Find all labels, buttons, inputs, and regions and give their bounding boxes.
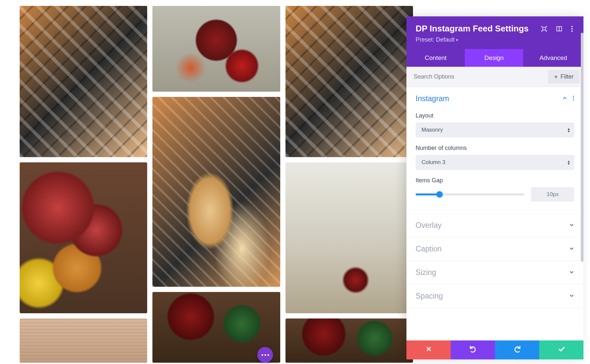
kebab-icon[interactable] <box>573 95 574 102</box>
section-head-instagram[interactable]: Instagram <box>406 87 583 110</box>
preset-label: Preset: Default <box>416 36 455 43</box>
module-actions-fab[interactable] <box>257 347 273 363</box>
chevron-up-icon <box>562 96 567 102</box>
save-button[interactable] <box>539 340 583 359</box>
section-head-sizing[interactable]: Sizing <box>406 261 583 284</box>
svg-rect-0 <box>543 27 545 30</box>
layout-value: Masonry <box>422 127 443 133</box>
gallery-item[interactable] <box>285 162 413 314</box>
filter-button-label: Filter <box>560 73 574 80</box>
settings-panel: DP Instagram Feed Settings Preset: Defau… <box>406 16 583 359</box>
snap-icon[interactable] <box>556 26 562 32</box>
svg-point-4 <box>571 28 573 29</box>
select-arrows-icon: ▴▾ <box>568 127 570 133</box>
section-caption: Caption <box>406 237 583 261</box>
preset-selector[interactable]: Preset: Default <box>416 36 574 43</box>
panel-header: DP Instagram Feed Settings Preset: Defau… <box>406 16 583 49</box>
redo-button[interactable] <box>495 340 539 359</box>
gallery-item[interactable] <box>152 97 280 287</box>
section-title: Instagram <box>416 94 449 103</box>
chevron-down-icon <box>569 269 574 276</box>
kebab-icon[interactable] <box>571 26 573 32</box>
gallery-item[interactable] <box>285 318 413 363</box>
cancel-button[interactable] <box>406 340 451 359</box>
section-overlay: Overlay <box>406 214 583 237</box>
check-icon <box>558 345 565 355</box>
tabs: Content Design Advanced <box>406 49 583 67</box>
gallery-item[interactable] <box>152 6 280 92</box>
filter-button[interactable]: + Filter <box>548 70 580 83</box>
section-sizing: Sizing <box>406 261 583 284</box>
gap-label: Items Gap <box>416 177 574 184</box>
chevron-down-icon <box>569 246 574 252</box>
tab-advanced[interactable]: Advanced <box>523 49 583 67</box>
svg-point-7 <box>573 98 574 99</box>
section-head-spacing[interactable]: Spacing <box>406 284 583 308</box>
svg-point-8 <box>573 100 574 100</box>
search-row: + Filter <box>406 67 583 87</box>
gallery-item[interactable] <box>20 162 147 314</box>
columns-value: Column 3 <box>422 159 445 166</box>
gap-value[interactable]: 10px <box>531 187 574 202</box>
panel-title: DP Instagram Feed Settings <box>416 24 541 34</box>
undo-button[interactable] <box>451 340 495 359</box>
layout-label: Layout <box>416 112 574 119</box>
gap-slider[interactable] <box>416 191 524 198</box>
chevron-down-icon <box>569 222 574 229</box>
expand-icon[interactable] <box>541 26 547 32</box>
slider-thumb[interactable] <box>436 191 443 198</box>
columns-label: Number of columns <box>416 145 574 152</box>
close-icon <box>425 346 432 354</box>
search-input[interactable] <box>406 68 548 85</box>
gallery <box>20 6 413 363</box>
tab-design[interactable]: Design <box>465 49 523 67</box>
section-head-overlay[interactable]: Overlay <box>406 214 583 237</box>
svg-point-6 <box>573 96 574 97</box>
undo-icon <box>469 345 477 355</box>
action-bar <box>406 340 583 359</box>
section-head-caption[interactable]: Caption <box>406 237 583 261</box>
select-arrows-icon: ▴▾ <box>568 160 570 165</box>
gallery-item[interactable] <box>20 318 147 363</box>
section-title: Spacing <box>416 292 443 300</box>
gallery-item[interactable] <box>20 6 147 157</box>
section-title: Caption <box>416 245 442 253</box>
chevron-down-icon <box>569 293 574 300</box>
section-spacing: Spacing <box>406 284 583 308</box>
columns-select[interactable]: Column 3 ▴▾ <box>416 155 574 170</box>
section-title: Sizing <box>416 268 436 277</box>
tab-content[interactable]: Content <box>406 49 465 67</box>
section-instagram: Instagram Layout Masonry ▴▾ Number of co… <box>406 87 583 214</box>
layout-select[interactable]: Masonry ▴▾ <box>416 122 574 137</box>
svg-point-3 <box>571 26 573 27</box>
section-title: Overlay <box>416 221 442 230</box>
gallery-item[interactable] <box>285 6 413 157</box>
redo-icon <box>513 345 521 355</box>
panel-body: Instagram Layout Masonry ▴▾ Number of co… <box>406 87 583 340</box>
svg-point-5 <box>571 30 573 32</box>
plus-icon: + <box>554 74 558 80</box>
